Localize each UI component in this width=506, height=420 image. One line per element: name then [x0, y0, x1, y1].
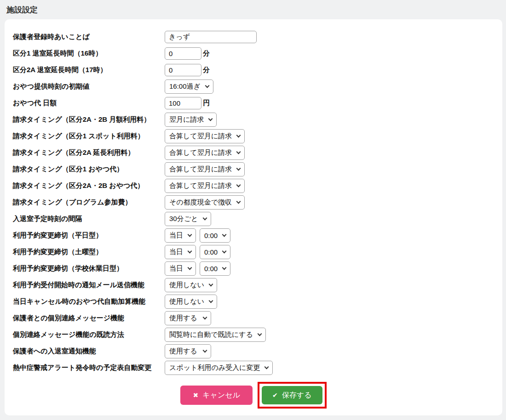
select-dropdown[interactable]: 当日 [165, 228, 196, 243]
form-row: 請求タイミング（区分2A・2B 月額利用料） 翌月に請求 [13, 111, 494, 128]
form-row: 保護者への入退室通知機能 使用する [13, 343, 494, 359]
chevron-down-icon [222, 232, 227, 237]
select-value: 合算して翌月に請求 [169, 148, 232, 157]
unit-label: 円 [203, 99, 210, 108]
select-dropdown[interactable]: 使用する [165, 344, 211, 358]
select-dropdown[interactable]: その都度現金で徴収 [165, 195, 245, 210]
field-label: 請求タイミング（区分2A 延長利用料） [13, 148, 165, 157]
field-control: 使用しない [165, 295, 217, 309]
field-label: 請求タイミング（区分1 スポット利用料） [13, 132, 165, 140]
form-row: 請求タイミング（区分1 おやつ代） 合算して翌月に請求 [13, 161, 494, 177]
select-dropdown[interactable]: 合算して翌月に請求 [165, 162, 245, 176]
number-input[interactable] [165, 97, 201, 109]
form-row: 入退室予定時刻の間隔 30分ごと [13, 210, 494, 227]
select-value: 使用しない [169, 297, 204, 306]
unit-label: 分 [203, 49, 210, 58]
form-row: 保護者との個別連絡メッセージ機能 使用する [13, 310, 494, 326]
field-label: 請求タイミング（区分2A・2B おやつ代） [13, 182, 165, 190]
field-control: 30分ごと [165, 212, 211, 226]
field-label: 請求タイミング（区分2A・2B 月額利用料） [13, 115, 165, 124]
form-row: 利用予約変更締切（平日型） 当日0:00 [13, 227, 494, 244]
form-row: おやつ代 日額 円 [13, 95, 494, 111]
select-value: 翌月に請求 [169, 115, 204, 124]
settings-form: 保護者登録時あいことば 区分1 退室延長時間（16時） 分 区分2A 退室延長時… [13, 28, 494, 376]
select-dropdown[interactable]: 合算して翌月に請求 [165, 129, 245, 143]
chevron-down-icon [222, 265, 227, 270]
number-input[interactable] [165, 64, 201, 76]
form-row: 請求タイミング（プログラム参加費） その都度現金で徴収 [13, 194, 494, 210]
field-label: 保護者登録時あいことば [13, 33, 165, 41]
select-dropdown[interactable]: 0:00 [200, 261, 230, 276]
form-row: 利用予約変更締切（土曜型） 当日0:00 [13, 244, 494, 260]
settings-card: 保護者登録時あいことば 区分1 退室延長時間（16時） 分 区分2A 退室延長時… [5, 19, 502, 415]
form-row: 請求タイミング（区分2A・2B おやつ代） 合算して翌月に請求 [13, 177, 494, 194]
select-dropdown[interactable]: 30分ごと [165, 212, 211, 226]
save-highlight-box: ✔ 保存する [258, 382, 326, 409]
field-label: 利用予約変更締切（土曜型） [13, 248, 165, 256]
chevron-down-icon [236, 182, 241, 187]
field-control: 合算して翌月に請求 [165, 162, 245, 176]
field-label: 入退室予定時刻の間隔 [13, 215, 165, 223]
cancel-button-label: キャンセル [202, 392, 240, 399]
form-row: 個別連絡メッセージ機能の既読方法 閲覧時に自動で既読にする [13, 326, 494, 343]
select-value: 合算して翌月に請求 [169, 165, 232, 174]
field-label: 熱中症警戒アラート発令時の予定表自動変更 [13, 363, 165, 372]
field-control: スポット利用のみ受入に変更 [165, 361, 273, 375]
chevron-down-icon [209, 282, 213, 286]
check-icon: ✔ [272, 392, 278, 398]
select-dropdown[interactable]: 当日 [165, 245, 196, 259]
field-control: 合算して翌月に請求 [165, 129, 245, 143]
save-button-label: 保存する [282, 392, 312, 399]
page-title: 施設設定 [0, 0, 506, 19]
save-button[interactable]: ✔ 保存する [262, 386, 322, 404]
form-row: 当日キャンセル時のおやつ代自動加算機能 使用しない [13, 293, 494, 310]
field-label: 区分2A 退室延長時間（17時） [13, 66, 165, 74]
form-row: おやつ提供時刻の初期値 16:00過ぎ [13, 78, 494, 95]
select-dropdown[interactable]: 当日 [165, 261, 196, 276]
form-row: 請求タイミング（区分2A 延長利用料） 合算して翌月に請求 [13, 144, 494, 161]
select-value: スポット利用のみ受入に変更 [169, 363, 260, 372]
form-row: 区分2A 退室延長時間（17時） 分 [13, 62, 494, 78]
field-label: 保護者との個別連絡メッセージ機能 [13, 314, 165, 322]
chevron-down-icon [203, 216, 207, 220]
select-dropdown[interactable]: 合算して翌月に請求 [165, 179, 245, 193]
select-value: 30分ごと [169, 215, 198, 223]
field-label: 利用予約受付開始時の通知メール送信機能 [13, 281, 165, 289]
chevron-down-icon [236, 133, 241, 137]
chevron-down-icon [208, 116, 213, 121]
chevron-down-icon [205, 83, 209, 88]
select-dropdown[interactable]: 翌月に請求 [165, 113, 217, 127]
field-control: 合算して翌月に請求 [165, 179, 245, 193]
select-dropdown[interactable]: 16:00過ぎ [165, 79, 213, 94]
select-dropdown[interactable]: 使用しない [165, 278, 217, 292]
form-row: 熱中症警戒アラート発令時の予定表自動変更 スポット利用のみ受入に変更 [13, 359, 494, 376]
select-dropdown[interactable]: 閲覧時に自動で既読にする [165, 328, 266, 342]
select-dropdown[interactable]: 合算して翌月に請求 [165, 146, 245, 160]
cancel-button[interactable]: ✖ キャンセル [180, 386, 253, 405]
select-value: 合算して翌月に請求 [169, 182, 232, 190]
field-label: おやつ提供時刻の初期値 [13, 82, 165, 91]
select-dropdown[interactable]: 使用する [165, 311, 211, 325]
field-label: 請求タイミング（区分1 おやつ代） [13, 165, 165, 173]
select-value: 0:00 [204, 265, 218, 272]
form-row: 保護者登録時あいことば [13, 28, 494, 45]
field-label: 利用予約変更締切（平日型） [13, 231, 165, 239]
chevron-down-icon [264, 364, 269, 369]
form-row: 区分1 退室延長時間（16時） 分 [13, 45, 494, 62]
number-input[interactable] [165, 47, 201, 60]
field-control: 分 [165, 64, 210, 76]
field-control: 当日0:00 [165, 228, 230, 243]
field-control: 翌月に請求 [165, 113, 217, 127]
chevron-down-icon [203, 348, 207, 352]
select-dropdown[interactable]: 使用しない [165, 295, 217, 309]
chevron-down-icon [236, 149, 241, 154]
select-dropdown[interactable]: スポット利用のみ受入に変更 [165, 361, 273, 375]
select-value: 使用する [169, 347, 197, 356]
select-dropdown[interactable]: 0:00 [200, 245, 230, 259]
field-control: 使用する [165, 311, 211, 325]
field-control: 使用しない [165, 278, 217, 292]
field-label: 保護者への入退室通知機能 [13, 347, 165, 355]
form-actions: ✖ キャンセル ✔ 保存する [13, 382, 494, 409]
select-dropdown[interactable]: 0:00 [200, 228, 230, 243]
text-input[interactable] [165, 31, 257, 43]
